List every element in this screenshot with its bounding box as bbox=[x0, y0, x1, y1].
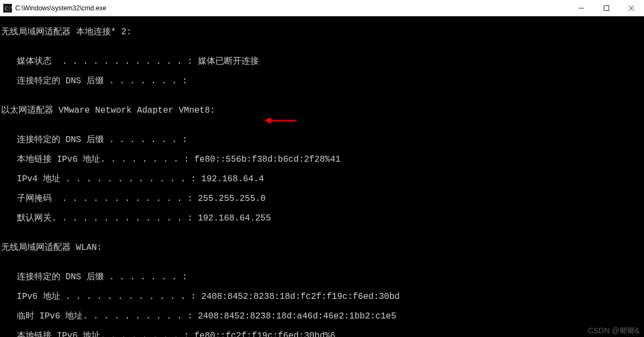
svg-text:C:\: C:\ bbox=[5, 6, 12, 11]
cmd-icon: C:\ bbox=[3, 4, 12, 13]
svg-marker-7 bbox=[264, 117, 271, 124]
watermark-text: CSDN @卿卿& bbox=[588, 326, 640, 336]
output-line: 本地链接 IPv6 地址. . . . . . . . : fe80::556b… bbox=[1, 155, 644, 164]
output-line: 本地链接 IPv6 地址. . . . . . . . : fe80::fc2f… bbox=[1, 331, 644, 337]
output-line: IPv6 地址 . . . . . . . . . . . . : 2408:8… bbox=[1, 292, 644, 302]
output-line: 无线局域网适配器 本地连接* 2: bbox=[1, 27, 644, 37]
output-line: 无线局域网适配器 WLAN: bbox=[1, 243, 644, 253]
output-line: 媒体状态 . . . . . . . . . . . . : 媒体已断开连接 bbox=[1, 57, 644, 66]
close-button[interactable] bbox=[619, 0, 644, 16]
svg-rect-3 bbox=[604, 5, 609, 10]
output-line: 连接特定的 DNS 后缀 . . . . . . . : bbox=[1, 272, 644, 282]
minimize-button[interactable] bbox=[569, 0, 594, 16]
output-line: IPv4 地址 . . . . . . . . . . . . : 192.16… bbox=[1, 174, 644, 184]
window-title: C:\Windows\system32\cmd.exe bbox=[15, 4, 569, 12]
output-line: 默认网关. . . . . . . . . . . . . : 192.168.… bbox=[1, 213, 644, 223]
terminal-output[interactable]: 无线局域网适配器 本地连接* 2: 媒体状态 . . . . . . . . .… bbox=[0, 16, 644, 337]
window-titlebar: C:\ C:\Windows\system32\cmd.exe bbox=[0, 0, 644, 16]
output-line: 连接特定的 DNS 后缀 . . . . . . . : bbox=[1, 76, 644, 86]
output-line: 以太网适配器 VMware Network Adapter VMnet8: bbox=[1, 106, 644, 115]
output-line: 子网掩码 . . . . . . . . . . . . : 255.255.2… bbox=[1, 194, 644, 204]
maximize-button[interactable] bbox=[594, 0, 619, 16]
output-line: 临时 IPv6 地址. . . . . . . . . . : 2408:845… bbox=[1, 311, 644, 321]
annotation-arrow-icon bbox=[264, 115, 297, 125]
output-line: 连接特定的 DNS 后缀 . . . . . . . : bbox=[1, 135, 644, 145]
window-controls bbox=[569, 0, 644, 16]
